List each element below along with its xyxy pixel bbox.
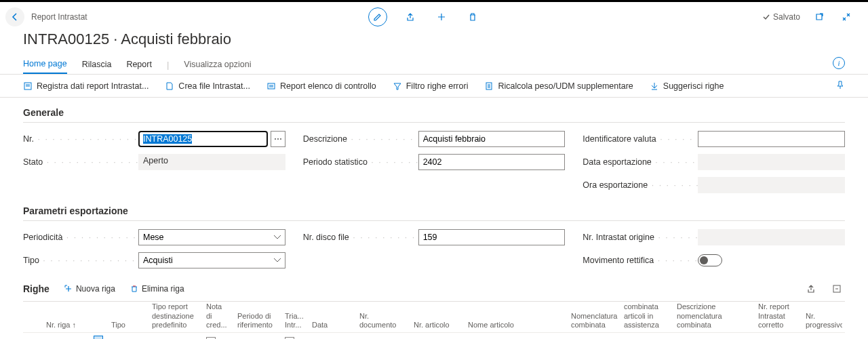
lines-expand-icon[interactable]: [829, 281, 845, 297]
saved-indicator: Salvato: [762, 12, 800, 22]
idval-input[interactable]: [698, 131, 845, 147]
svg-rect-1: [268, 83, 275, 89]
delete-button[interactable]: [465, 9, 481, 25]
col-docorr[interactable]: Nr. do correti: [842, 302, 845, 333]
cell-nomeart[interactable]: E5500/8x71: [464, 333, 559, 339]
tipo-select[interactable]: Acquisti: [138, 252, 285, 268]
col-periodo[interactable]: Periodo di riferimento: [233, 302, 281, 333]
col-articolo[interactable]: Nr. articolo: [410, 302, 464, 333]
tab-report[interactable]: Report: [126, 56, 152, 73]
col-tipo[interactable]: Tipo: [107, 302, 148, 333]
section-righe: Righe: [23, 283, 50, 294]
col-nomen[interactable]: Nomenclatura combinata: [567, 302, 620, 333]
rettifica-label: Movimento rettifica: [583, 256, 698, 265]
elimina-riga-button[interactable]: Elimina riga: [130, 284, 184, 294]
section-generale: Generale: [23, 107, 845, 123]
section-parametri: Parametri esportazione: [23, 205, 845, 221]
new-button[interactable]: [433, 9, 450, 25]
col-tipodest[interactable]: Tipo report destinazione predefinito: [148, 302, 202, 333]
col-nrriga[interactable]: Nr. riga ↑: [42, 302, 90, 333]
periodicita-label: Periodicità: [23, 233, 138, 242]
tab-rilascia[interactable]: Rilascia: [82, 56, 112, 73]
col-descnomen[interactable]: Descrizione nomenclatura combinata: [673, 302, 754, 333]
tipo-label: Tipo: [23, 256, 138, 265]
cell-docorr[interactable]: [842, 333, 845, 339]
periodo-input[interactable]: [418, 154, 566, 170]
action-ricalcola[interactable]: Ricalcola peso/UDM supplementare: [484, 81, 633, 91]
cell-doc[interactable]: FCB24000018: [355, 333, 410, 339]
action-suggerisci[interactable]: Suggerisci righe: [650, 81, 724, 91]
nr-label: Nr.: [23, 134, 138, 144]
stato-label: Stato: [23, 157, 138, 167]
pin-icon[interactable]: [835, 80, 845, 92]
back-button[interactable]: [5, 7, 24, 26]
oraexp-label: Ora esportazione: [583, 180, 698, 190]
info-icon[interactable]: i: [833, 57, 845, 69]
rettifica-toggle[interactable]: [698, 254, 722, 266]
cell-nrriga[interactable]: 850000: [42, 333, 90, 339]
popout-icon[interactable]: [811, 9, 827, 25]
col-nomeart[interactable]: Nome articolo: [464, 302, 559, 333]
row-menu-button[interactable]: ⋮: [94, 336, 103, 340]
col-notacred[interactable]: Nota di cred...: [202, 302, 233, 333]
page-title: INTRA00125 · Acquisti febbraio: [0, 29, 868, 55]
oraexp-value: [698, 177, 845, 193]
cell-prog[interactable]: [802, 333, 842, 339]
share-icon[interactable]: [402, 9, 418, 25]
col-corretto[interactable]: Nr. report Intrastat corretto: [754, 302, 802, 333]
nr-input[interactable]: [138, 131, 268, 147]
cell-descnomen[interactable]: [673, 333, 754, 339]
col-tria[interactable]: Tria... Intr...: [281, 302, 308, 333]
col-doc[interactable]: Nr. documento: [355, 302, 410, 333]
dataexp-value: [698, 154, 845, 170]
col-prog[interactable]: Nr. progressivo: [802, 302, 842, 333]
cell-nomenass[interactable]: [620, 333, 673, 339]
cell-art[interactable]: E5500-8X71: [410, 333, 464, 339]
cell-nomen[interactable]: 72119080: [567, 333, 620, 339]
tab-options[interactable]: Visualizza opzioni: [184, 60, 251, 69]
periodicita-select[interactable]: Mese: [138, 229, 285, 245]
stato-value: Aperto: [138, 154, 285, 170]
collapse-icon[interactable]: [838, 9, 854, 25]
col-nomenass[interactable]: Nomenclatura combinata articoli in assis…: [620, 302, 673, 333]
action-registra[interactable]: Registra dati report Intrastat...: [23, 81, 149, 91]
disco-label: Nr. disco file: [303, 233, 418, 242]
nuova-riga-button[interactable]: Nuova riga: [64, 284, 115, 294]
lines-share-icon[interactable]: [803, 281, 819, 297]
action-filtro[interactable]: Filtro righe errori: [393, 81, 469, 91]
cell-notacred-checkbox[interactable]: [206, 337, 216, 340]
breadcrumb: Report Intrastat: [31, 12, 87, 22]
cell-periodo[interactable]: [233, 333, 281, 339]
cell-data[interactable]: 29/02/2024: [308, 333, 355, 339]
cell-tipodest[interactable]: Acquisto di...: [148, 333, 202, 339]
tab-home[interactable]: Home page: [23, 55, 67, 74]
edit-button[interactable]: [368, 7, 387, 26]
idval-label: Identificatore valuta: [583, 134, 698, 144]
descrizione-label: Descrizione: [303, 134, 418, 144]
col-data[interactable]: Data: [308, 302, 355, 333]
disco-input[interactable]: [418, 229, 566, 245]
periodo-label: Periodo statistico: [303, 157, 418, 167]
origine-value: [698, 229, 845, 245]
cell-tipo[interactable]: Ricevuta: [107, 333, 148, 339]
dataexp-label: Data esportazione: [583, 157, 698, 167]
origine-label: Nr. Intrastat origine: [583, 233, 698, 242]
cell-tria-checkbox[interactable]: [285, 337, 294, 340]
cell-corretto[interactable]: [754, 333, 802, 339]
action-creafile[interactable]: Crea file Intrastat...: [165, 81, 250, 91]
descrizione-input[interactable]: [418, 131, 566, 147]
nr-lookup-button[interactable]: ⋯: [271, 131, 285, 147]
action-elenco[interactable]: Report elenco di controllo: [267, 81, 376, 91]
row-selector[interactable]: →: [23, 333, 42, 339]
